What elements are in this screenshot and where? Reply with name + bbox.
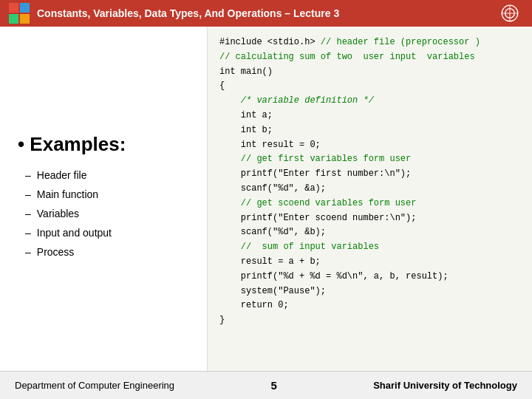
code-line: #include <stdio.h> // header file (prepr…	[219, 35, 520, 50]
list-item: – Main function	[25, 188, 189, 200]
code-line: printf("Enter first number:\n");	[219, 167, 520, 182]
list-item-label: Header file	[37, 169, 87, 181]
code-line: {	[219, 79, 520, 94]
svg-rect-0	[9, 3, 18, 13]
header-left: Constants, Variables, Data Types, And Op…	[9, 3, 339, 24]
code-line: // sum of input variables	[219, 240, 520, 255]
footer-university: Sharif University of Technology	[373, 380, 517, 391]
footer-page-number: 5	[270, 379, 276, 392]
dash-icon: –	[25, 188, 31, 200]
list-item: – Variables	[25, 208, 189, 219]
header: Constants, Variables, Data Types, And Op…	[0, 0, 532, 27]
header-title: Constants, Variables, Data Types, And Op…	[37, 7, 339, 19]
code-line: printf("%d + %d = %d\n", a, b, result);	[219, 270, 520, 284]
university-logo-icon	[497, 3, 523, 24]
svg-rect-2	[9, 14, 18, 24]
code-line: // get scoend variables form user	[219, 197, 520, 211]
code-line: // calculating sum of two user input var…	[219, 50, 520, 65]
left-panel: • Examples: – Header file – Main functio…	[0, 27, 207, 371]
footer-department: Department of Computer Engineering	[15, 380, 174, 391]
list-item: – Process	[25, 246, 189, 258]
code-line: int b;	[219, 123, 520, 138]
code-line: return 0;	[219, 299, 520, 313]
list-item-label: Process	[37, 246, 75, 258]
list-item-label: Variables	[37, 208, 79, 219]
list-item-label: Input and output	[37, 227, 112, 239]
main-content: • Examples: – Header file – Main functio…	[0, 27, 532, 371]
dash-icon: –	[25, 208, 31, 219]
list-item: – Header file	[25, 169, 189, 181]
code-line: system("Pause");	[219, 284, 520, 299]
code-line: result = a + b;	[219, 255, 520, 270]
examples-title: • Examples:	[18, 133, 189, 156]
svg-rect-3	[20, 14, 30, 24]
footer: Department of Computer Engineering 5 Sha…	[0, 371, 532, 399]
logo-icon	[9, 3, 30, 24]
svg-rect-1	[20, 3, 30, 13]
examples-list: – Header file – Main function – Variable…	[18, 169, 189, 265]
code-line: }	[219, 313, 520, 328]
dash-icon: –	[25, 227, 31, 239]
code-panel: #include <stdio.h> // header file (prepr…	[207, 27, 532, 371]
code-line: // get first variables form user	[219, 152, 520, 167]
code-line: int result = 0;	[219, 138, 520, 153]
code-line: int main()	[219, 65, 520, 80]
dash-icon: –	[25, 246, 31, 258]
code-line: int a;	[219, 109, 520, 123]
code-line: scanf("%d", &a);	[219, 182, 520, 197]
code-line: scanf("%d", &b);	[219, 225, 520, 240]
dash-icon: –	[25, 169, 31, 181]
code-line: /* variable definition */	[219, 94, 520, 109]
list-item: – Input and output	[25, 227, 189, 239]
code-line: printf("Enter scoend number:\n");	[219, 211, 520, 226]
list-item-label: Main function	[37, 188, 98, 200]
